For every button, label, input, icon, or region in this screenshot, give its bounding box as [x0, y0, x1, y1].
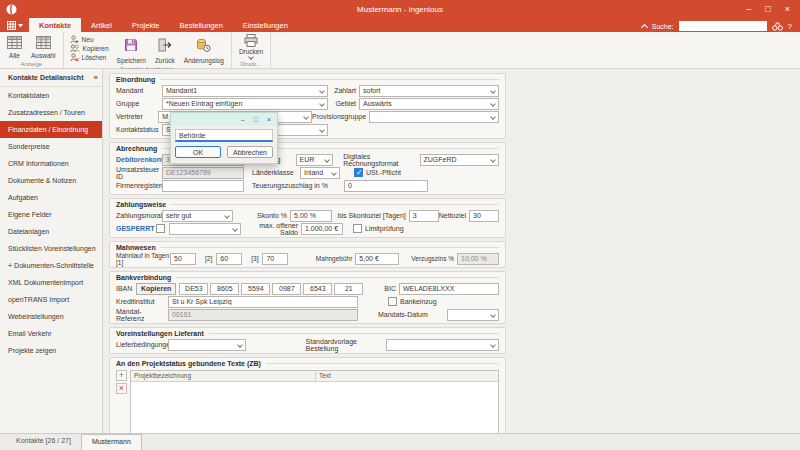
verzugszins-input[interactable]: [457, 253, 499, 265]
provisionsgruppe-select[interactable]: [369, 111, 499, 123]
sidebar-item-zusatzadressen[interactable]: Zusatzadressen / Touren: [0, 104, 102, 121]
mahnstufe3-input[interactable]: [262, 253, 288, 265]
iban-segment-6[interactable]: [334, 283, 363, 295]
laenderklasse-select[interactable]: Inland: [300, 167, 340, 179]
abbrechen-button[interactable]: Abbrechen: [227, 146, 273, 158]
zurueck-button[interactable]: Zurück: [152, 33, 178, 65]
projekttexte-table[interactable]: Projektbezeichnung Text: [130, 370, 499, 439]
tab-kontakte[interactable]: Kontakte: [29, 18, 81, 32]
lieferbedingungen-select[interactable]: [168, 339, 246, 351]
gebiet-label: Gebiet: [335, 100, 359, 107]
mandat-referenz-input[interactable]: [168, 309, 358, 321]
group-label-druck: Druck...: [236, 60, 266, 68]
auswahl-button[interactable]: Auswahl: [28, 33, 59, 60]
iban-segment-1[interactable]: [179, 283, 208, 295]
aenderungslog-button[interactable]: Änderungslog: [181, 33, 227, 65]
neu-button[interactable]: Neu: [70, 35, 109, 44]
mandant-select[interactable]: Mandant1: [162, 85, 328, 97]
iban-segment-4[interactable]: [272, 283, 301, 295]
teuerung-input[interactable]: [344, 180, 428, 192]
kreditinstitut-input[interactable]: [168, 296, 358, 308]
table-all-icon: [7, 34, 22, 51]
bankeinzug-checkbox[interactable]: [388, 297, 397, 306]
speichern-button[interactable]: Speichern: [114, 33, 149, 65]
collapse-ribbon-icon[interactable]: [641, 24, 648, 31]
delete-row-button[interactable]: ×: [116, 383, 127, 394]
dialog-maximize-icon[interactable]: □: [254, 116, 258, 123]
zahlart-select[interactable]: sofort: [359, 85, 499, 97]
nettoziel-label: Nettoziel: [439, 212, 469, 219]
dialog-close-icon[interactable]: ×: [267, 116, 271, 123]
ustpflicht-checkbox[interactable]: [354, 168, 363, 177]
iban-segment-3[interactable]: [241, 283, 270, 295]
alle-button[interactable]: Alle: [4, 33, 25, 60]
saldo-input[interactable]: [301, 223, 343, 235]
sidebar-item-projekte-zeigen[interactable]: Projekte zeigen: [0, 342, 102, 359]
waehrung-select[interactable]: EUR: [296, 154, 334, 166]
tab-artikel[interactable]: Artikel: [81, 18, 122, 32]
mahnstufe2-input[interactable]: [216, 253, 242, 265]
mahnstufe1-input[interactable]: [170, 253, 196, 265]
maximize-icon[interactable]: □: [765, 4, 770, 14]
limitpruefung-checkbox[interactable]: [353, 224, 362, 233]
sidebar-item-kontaktdaten[interactable]: Kontaktdaten: [0, 87, 102, 104]
collapse-sidebar-icon[interactable]: «: [94, 73, 98, 82]
sidebar-item-dokumenten-schnittstelle[interactable]: +Dokumenten-Schnittstelle: [0, 257, 102, 274]
rechnungsformat-select[interactable]: ZUGFeRD: [420, 154, 499, 166]
sidebar-item-xml-import[interactable]: XML Dokumentenimport: [0, 274, 102, 291]
debitorenkonto-link[interactable]: Debitorenkonto: [116, 156, 162, 163]
bottom-tab-kontakte[interactable]: Kontakte [26 / 27]: [6, 434, 81, 450]
gebiet-select[interactable]: Auswärts: [359, 98, 499, 110]
nettoziel-input[interactable]: [469, 210, 499, 222]
add-row-button[interactable]: +: [116, 370, 127, 381]
standardvorlage-select[interactable]: [386, 339, 499, 351]
dialog-text-input[interactable]: Behörde: [175, 129, 273, 142]
app-menu-button[interactable]: [0, 21, 29, 32]
skonto-input[interactable]: [290, 210, 332, 222]
sperrgrund-select[interactable]: [169, 223, 241, 235]
kopieren-button[interactable]: Kopieren: [70, 44, 109, 53]
iban-segment-2[interactable]: [210, 283, 239, 295]
tab-einstellungen[interactable]: Einstellungen: [233, 18, 298, 32]
minimize-icon[interactable]: –: [746, 4, 751, 14]
sidebar-item-stuecklisten[interactable]: Stücklisten Voreinstellungen: [0, 240, 102, 257]
person-delete-icon: [70, 53, 79, 62]
iban-segment-5[interactable]: [303, 283, 332, 295]
skontoziel-input[interactable]: [409, 210, 439, 222]
sidebar-item-crm[interactable]: CRM Informationen: [0, 155, 102, 172]
sidebar-item-eigene-felder[interactable]: Eigene Felder: [0, 206, 102, 223]
column-projektbezeichnung[interactable]: Projektbezeichnung: [131, 371, 316, 381]
tab-projekte[interactable]: Projekte: [122, 18, 170, 32]
sidebar-item-dateianlagen[interactable]: Dateianlagen: [0, 223, 102, 240]
sidebar-item-sonderpreise[interactable]: Sonderpreise: [0, 138, 102, 155]
ustid-input[interactable]: [162, 167, 244, 179]
dialog-minimize-icon[interactable]: –: [241, 116, 245, 123]
search-input[interactable]: [679, 21, 767, 31]
close-icon[interactable]: ×: [785, 4, 790, 14]
sidebar-item-email-verkehr[interactable]: Email Verkehr: [0, 325, 102, 342]
zahlungsmoral-select[interactable]: sehr gut: [162, 210, 233, 222]
drucken-button[interactable]: Drucken: [236, 33, 266, 60]
sidebar-item-dokumente[interactable]: Dokumente & Notizen: [0, 172, 102, 189]
iban-kopieren-button[interactable]: Kopieren: [136, 283, 176, 295]
firmenregister-input[interactable]: [162, 180, 244, 192]
gruppe-select[interactable]: *Neuen Eintrag einfügen: [162, 98, 328, 110]
sidebar-item-webeinstellungen[interactable]: Webeinstellungen: [0, 308, 102, 325]
sidebar-item-finanzdaten[interactable]: Finanzdaten / Einordnung: [0, 121, 102, 138]
loeschen-button[interactable]: Löschen: [70, 53, 109, 62]
zahlart-value: sofort: [363, 87, 381, 94]
column-text[interactable]: Text: [316, 371, 498, 381]
stufe2-label: [2]: [205, 255, 212, 262]
gesperrt-checkbox[interactable]: [156, 224, 165, 233]
mandats-datum-select[interactable]: [447, 309, 499, 321]
ok-button[interactable]: OK: [175, 146, 221, 158]
bottom-tab-mustermann[interactable]: Mustermann: [81, 434, 142, 450]
sidebar-item-opentrans[interactable]: openTRANS Import: [0, 291, 102, 308]
tab-bestellungen[interactable]: Bestellungen: [169, 18, 232, 32]
help-icon[interactable]: ?: [788, 22, 792, 31]
sidebar-item-aufgaben[interactable]: Aufgaben: [0, 189, 102, 206]
bic-input[interactable]: [399, 283, 499, 295]
binoculars-icon[interactable]: [772, 22, 783, 31]
neu-label: Neu: [82, 36, 94, 43]
mahngebuehr-input[interactable]: [355, 253, 399, 265]
